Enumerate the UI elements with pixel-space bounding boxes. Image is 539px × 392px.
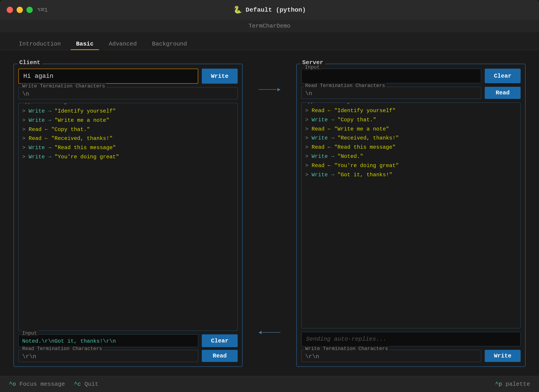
server-clear-button[interactable]: Clear <box>485 69 521 83</box>
window-subtitle: TermCharDemo <box>248 23 290 29</box>
log-line: > Read ← "You're doing great" <box>305 161 517 170</box>
client-input-row: Input Noted.\r\nGot it, thanks!\r\n Clea… <box>18 334 238 347</box>
titlebar: ⌥⌘1 🐍 Default (python) <box>0 0 539 20</box>
log-line: > Write → "Identify yourself" <box>22 107 234 116</box>
log-line: > Read ← "Copy that." <box>22 125 234 134</box>
log-line: > Write → "Read this message" <box>22 143 234 152</box>
log-line: > Write → "Noted." <box>305 152 517 161</box>
focus-label: Focus message <box>19 381 65 387</box>
quit-key: ^c <box>74 381 81 387</box>
client-write-termination-row: Write Termination Characters \n <box>18 87 238 99</box>
server-panel: Server Input Clear Read Termination Char… <box>296 64 525 367</box>
close-button[interactable] <box>7 7 13 13</box>
subtitle-bar: TermCharDemo <box>0 20 539 32</box>
log-line: > Write → "You're doing great" <box>22 152 234 162</box>
tabs-bar: Introduction Basic Advanced Background <box>0 32 539 50</box>
tab-advanced[interactable]: Advanced <box>103 38 142 50</box>
minimize-button[interactable] <box>17 7 23 13</box>
client-write-term-box: Write Termination Characters \n <box>18 87 238 99</box>
server-app-log: Application Log > Read ← "Identify yours… <box>301 102 521 328</box>
log-line: > Read ← "Read this message" <box>305 143 517 152</box>
server-read-term-row: Read Termination Characters \n Read <box>301 87 521 99</box>
log-line: > Write → "Write me a note" <box>22 116 234 125</box>
focus-shortcut: ^o Focus message <box>9 381 65 387</box>
quit-label: Quit <box>85 381 98 387</box>
quit-shortcut: ^c Quit <box>74 381 98 387</box>
client-input-label: Input <box>21 331 38 336</box>
server-write-term-label: Write Termination Characters <box>304 346 390 352</box>
server-input-label: Input <box>303 65 321 70</box>
status-left: ^o Focus message ^c Quit <box>9 381 98 387</box>
window-title: Default (python) <box>246 6 306 14</box>
server-write-term-row: Write Termination Characters \r\n Write <box>301 350 521 362</box>
log-line: > Read ← "Write me a note" <box>305 125 517 134</box>
keyboard-shortcut: ⌥⌘1 <box>37 6 48 14</box>
window-title-area: 🐍 Default (python) <box>233 5 306 14</box>
client-input-box: Input Noted.\r\nGot it, thanks!\r\n <box>18 334 198 347</box>
client-clear-button[interactable]: Clear <box>202 334 238 347</box>
server-app-log-label: Application Log <box>304 102 351 104</box>
palette-label: palette <box>505 381 530 387</box>
log-line: > Read ← "Identify yourself" <box>305 106 517 116</box>
connector-column: ▶ ◀ <box>256 59 283 367</box>
client-read-term-value: \r\n <box>22 352 194 360</box>
client-app-log: Application Log > Write → "Identify your… <box>18 103 238 331</box>
client-write-term-label: Write Termination Characters <box>21 83 106 89</box>
server-write-term-value: \r\n <box>305 352 477 360</box>
traffic-lights <box>7 7 33 13</box>
server-input-row: Input Clear <box>301 69 521 83</box>
client-app-log-label: Application Log <box>21 103 68 105</box>
maximize-button[interactable] <box>26 7 33 13</box>
client-message-row: Write <box>18 69 238 84</box>
log-line: > Write → "Copy that." <box>305 116 517 125</box>
main-content: Client Write Write Termination Character… <box>0 50 539 376</box>
tab-basic[interactable]: Basic <box>71 38 99 50</box>
server-message-input[interactable] <box>301 69 481 83</box>
status-bar: ^o Focus message ^c Quit ^p palette <box>0 376 539 392</box>
server-read-term-label: Read Termination Characters <box>304 83 386 89</box>
client-panel-label: Client <box>18 59 42 66</box>
client-bottom-input-section: Input Noted.\r\nGot it, thanks!\r\n Clea… <box>18 334 238 362</box>
client-write-button[interactable]: Write <box>202 69 238 84</box>
tab-introduction[interactable]: Introduction <box>14 38 66 50</box>
log-line: > Write → "Got it, thanks!" <box>305 170 517 180</box>
log-line: > Read ← "Received, thanks!" <box>22 134 234 143</box>
python-icon: 🐍 <box>233 5 242 14</box>
client-read-term-label: Read Termination Characters <box>21 346 103 352</box>
client-input-value: Noted.\r\nGot it, thanks!\r\n <box>22 337 194 344</box>
server-read-button[interactable]: Read <box>485 87 521 99</box>
focus-key: ^o <box>9 381 16 387</box>
server-write-term-box: Write Termination Characters \r\n <box>301 350 481 362</box>
client-read-button[interactable]: Read <box>202 350 238 362</box>
server-read-term-box: Read Termination Characters \n <box>301 87 481 99</box>
tab-background[interactable]: Background <box>147 38 192 50</box>
client-write-term-value: \n <box>22 89 234 97</box>
log-line: > Write → "Received, thanks!" <box>305 134 517 143</box>
status-right: ^p palette <box>495 381 530 387</box>
server-read-term-value: \n <box>305 89 477 97</box>
client-message-input[interactable] <box>18 69 198 84</box>
client-read-term-box: Read Termination Characters \r\n <box>18 350 198 362</box>
server-write-button[interactable]: Write <box>485 350 521 362</box>
server-auto-reply: Sending auto-replies... <box>301 332 521 346</box>
client-read-term-row: Read Termination Characters \r\n Read <box>18 350 238 362</box>
client-panel: Client Write Write Termination Character… <box>14 64 243 367</box>
palette-key: ^p <box>495 381 502 387</box>
